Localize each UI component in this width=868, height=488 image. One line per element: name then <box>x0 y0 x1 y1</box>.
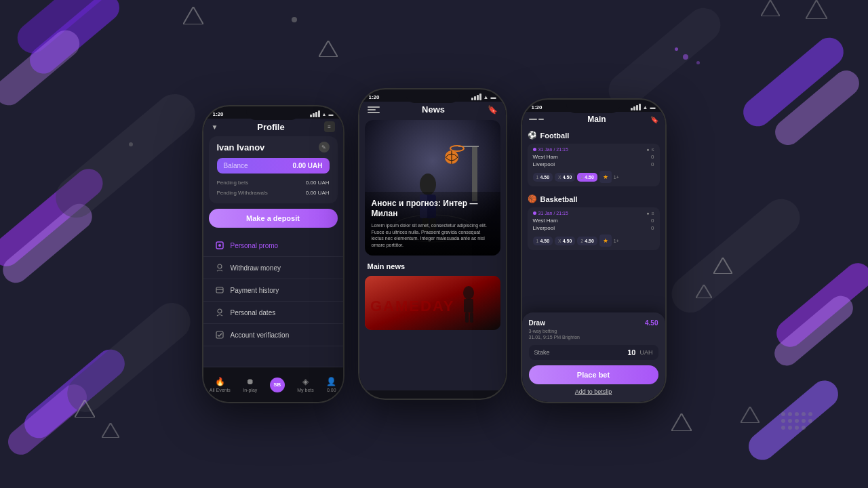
odd-2-1[interactable]: 1 4.50 <box>533 237 553 245</box>
basketball-name: Basketball <box>540 195 578 203</box>
phone-right-content: Main 🔖 ⚽ Football 31 Jan / 21:15 ● S <box>522 112 665 394</box>
menu-label-payment: Payment history <box>231 287 279 294</box>
main-news-label: Main news <box>359 262 506 276</box>
menu-item-dates[interactable]: Personal dates <box>203 302 343 324</box>
pending-withdrawals-label: Pending Withdrawals <box>217 190 268 196</box>
svg-point-28 <box>218 264 222 268</box>
profile-menu-icon[interactable]: ≡ <box>324 121 335 132</box>
menu-label-dates: Personal dates <box>231 309 276 317</box>
bet-subtext: 3-way betting <box>529 329 658 333</box>
profile-header: ▼ Profile ≡ <box>203 119 343 136</box>
deposit-button[interactable]: Make a deposit <box>209 209 338 228</box>
basketball-title-row: 🏀 Basketball <box>528 195 660 203</box>
stake-amount[interactable]: 10 <box>627 348 635 357</box>
news-card[interactable]: GAMEDAY <box>365 276 500 330</box>
stake-row: Stake 10 UAH <box>529 345 658 360</box>
odd-2-x[interactable]: X 4.50 <box>555 237 575 245</box>
news-hero-overlay: Анонс и прогноз: Интер — Милан Lorem ips… <box>365 192 500 256</box>
phone-left: 1:20 ▲ ▬ ▼ Profile ≡ <box>202 105 344 403</box>
basketball-section: 🏀 Basketball 31 Jan / 21:15 ● S West Ham <box>522 192 665 256</box>
bet-odds: 4.50 <box>645 319 658 327</box>
status-icons-center: ▲ ▬ <box>471 94 496 100</box>
news-header: News 🔖 <box>359 102 506 120</box>
odd-1-1[interactable]: 1 4.50 <box>533 173 553 182</box>
match-1-date: 31 Jan / 21:15 ● S <box>533 147 654 152</box>
svg-point-31 <box>218 309 222 313</box>
time-right: 1:20 <box>532 104 542 110</box>
menu-item-promo[interactable]: Personal promo <box>203 235 343 257</box>
signal-left <box>310 110 320 117</box>
star-button-2[interactable]: ★ <box>599 235 612 247</box>
basketball-icon: 🏀 <box>528 195 537 203</box>
svg-rect-29 <box>216 287 223 293</box>
menu-label-promo: Personal promo <box>231 242 279 249</box>
menu-icon-right[interactable] <box>529 119 544 120</box>
sb-avatar: SB <box>270 378 285 392</box>
notch-left <box>246 106 300 120</box>
match-2-date: 31 Jan / 21:15 ● S <box>533 211 654 216</box>
menu-item-payment[interactable]: Payment history <box>203 279 343 302</box>
nav-my-bets[interactable]: ◈ My bets <box>297 377 314 392</box>
user-name-row: Ivan Ivanov ✎ <box>217 142 330 152</box>
stake-label: Stake <box>534 349 628 356</box>
phone-left-content: ▼ Profile ≡ Ivan Ivanov ✎ Balance 0.00 U… <box>203 119 343 394</box>
match-row-1: 31 Jan / 21:15 ● S West Ham Liverpool 0 … <box>528 144 660 186</box>
person-icon: 👤 <box>326 377 336 386</box>
time-left: 1:20 <box>213 111 224 117</box>
bet-date: 31.01, 9:15 PM Brighton <box>529 335 658 340</box>
menu-label-verify: Account verifiaction <box>231 331 290 339</box>
pending-withdrawals-value: 0.00 UAH <box>306 190 330 196</box>
live-dot-1 <box>533 148 536 151</box>
live-indicator-1: ● <box>646 147 649 152</box>
balance-amount: 0.00 UAH <box>293 162 323 169</box>
dates-icon <box>214 307 225 318</box>
bets-icon: ◈ <box>302 377 309 386</box>
odd-1-x[interactable]: X 4.50 <box>555 173 575 182</box>
more-odds-2[interactable]: 1+ <box>614 239 619 243</box>
nav-in-play[interactable]: ⏺ In-play <box>243 377 257 392</box>
chevron-down-icon[interactable]: ▼ <box>212 123 218 131</box>
news-hero-text: Lorem ipsum dolor sit amet, consectetur … <box>372 222 494 249</box>
add-betslip-link[interactable]: Add to betslip <box>529 388 658 394</box>
battery-icon-right: ▬ <box>650 104 656 110</box>
nav-sb[interactable]: SB <box>270 378 285 392</box>
scores-1: 0 0 <box>651 154 654 167</box>
wifi-icon-right: ▲ <box>643 104 648 110</box>
score4: 0 <box>651 225 654 231</box>
place-bet-button[interactable]: Place bet <box>529 365 658 384</box>
pending-bets-value: 0.00 UAH <box>306 180 330 186</box>
menu-item-verify[interactable]: Account verifiaction <box>203 324 343 346</box>
star-button-1[interactable]: ★ <box>599 171 612 183</box>
nav-label-my-bets: My bets <box>297 388 314 392</box>
phone-center-content: News 🔖 <box>359 102 506 390</box>
pending-withdrawals-row: Pending Withdrawals 0.00 UAH <box>217 188 330 198</box>
nav-amount[interactable]: 👤 0.00 <box>326 377 336 392</box>
football-section: ⚽ Football 31 Jan / 21:15 ● S West Ham L <box>522 128 665 192</box>
odd-2-2[interactable]: 2 4.50 <box>577 237 597 245</box>
edit-icon[interactable]: ✎ <box>319 142 330 152</box>
match-row-2: 31 Jan / 21:15 ● S West Ham Liverpool 0 … <box>528 207 660 250</box>
scores-2: 0 0 <box>651 218 654 231</box>
main-title: Main <box>587 115 606 124</box>
odd-1-2[interactable]: 2 4.50 <box>577 173 597 182</box>
pending-bets-row: Pending bets 0.00 UAH <box>217 178 330 188</box>
time-center: 1:20 <box>369 94 380 100</box>
profile-title: Profile <box>218 122 323 132</box>
score3: 0 <box>651 218 654 224</box>
live-indicator-2: ● <box>646 211 649 216</box>
user-name: Ivan Ivanov <box>217 142 265 152</box>
svg-rect-48 <box>465 312 469 323</box>
bottom-nav-left: 🔥 All Events ⏺ In-play SB ◈ My bets 👤 0.… <box>203 367 343 394</box>
odds-row-2: 1 4.50 X 4.50 2 4.50 ★ 1+ <box>533 235 654 247</box>
football-name: Football <box>540 131 570 140</box>
hamburger-icon[interactable] <box>368 105 380 115</box>
bet-header: Draw 4.50 <box>529 319 658 327</box>
bookmark-icon-right[interactable]: 🔖 <box>650 116 658 123</box>
score-indicator-2: S <box>651 211 654 216</box>
phone-center: 1:20 ▲ ▬ News 🔖 <box>358 88 507 400</box>
play-icon: ⏺ <box>246 377 254 386</box>
bookmark-icon[interactable]: 🔖 <box>488 105 498 115</box>
nav-all-events[interactable]: 🔥 All Events <box>210 377 231 392</box>
more-odds-1[interactable]: 1+ <box>614 175 619 180</box>
menu-item-withdraw[interactable]: Withdraw money <box>203 257 343 279</box>
